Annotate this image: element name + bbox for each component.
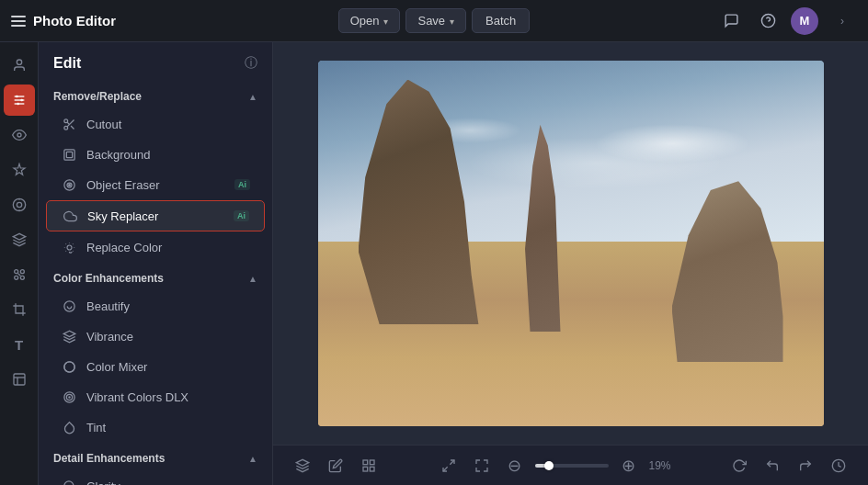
zoom-slider[interactable]	[535, 464, 609, 468]
cutout-icon	[61, 116, 77, 132]
detail-enhancements-section-header: Detail Enhancements ▲	[39, 443, 272, 470]
svg-rect-43	[363, 460, 368, 465]
avatar[interactable]: M	[791, 7, 818, 35]
grid-icon[interactable]	[354, 451, 383, 480]
sky-replacer-label: Sky Replacer	[87, 209, 224, 223]
svg-point-23	[63, 126, 67, 130]
toolbar-right-group	[725, 451, 853, 480]
beautify-icon	[61, 298, 77, 314]
menu-item-cutout[interactable]: Cutout	[46, 109, 265, 139]
canvas-image	[318, 61, 824, 426]
svg-marker-14	[13, 233, 25, 240]
sidebar-sticker-icon[interactable]	[4, 364, 35, 395]
svg-line-26	[67, 122, 69, 124]
color-enhancements-collapse[interactable]: ▲	[248, 274, 257, 284]
panel-scroll[interactable]: Remove/Replace ▲ Cutout	[39, 81, 272, 485]
replace-color-icon	[61, 239, 77, 255]
menu-item-tint[interactable]: Tint	[46, 412, 265, 442]
crop-fit-icon[interactable]	[467, 451, 497, 480]
color-enhancements-section-header: Color Enhancements ▲	[39, 263, 272, 290]
menu-icon[interactable]	[11, 16, 26, 27]
object-eraser-label: Object Eraser	[86, 178, 225, 192]
zoom-out-icon[interactable]: ⊖	[500, 451, 530, 480]
chat-icon[interactable]	[717, 7, 745, 35]
panel-title: Edit	[53, 55, 81, 72]
main-layout: T Edit ⓘ Remove/Replace ▲	[0, 42, 868, 485]
zoom-slider-thumb	[544, 461, 554, 470]
history-icon[interactable]	[824, 451, 853, 480]
remove-replace-collapse[interactable]: ▲	[248, 92, 257, 102]
redo-icon[interactable]	[791, 451, 820, 480]
panel-header: Edit ⓘ	[39, 42, 272, 81]
tint-icon	[61, 419, 77, 435]
menu-item-sky-replacer[interactable]: Sky Replacer Ai	[46, 200, 265, 231]
save-chevron	[450, 14, 454, 28]
zoom-control: ⊖ ⊕ 19%	[500, 451, 675, 480]
vibrance-label: Vibrance	[86, 330, 250, 344]
sidebar-eye-icon[interactable]	[4, 119, 35, 151]
svg-point-16	[14, 276, 17, 279]
fit-icon[interactable]	[434, 451, 463, 480]
sidebar-effects-icon[interactable]	[4, 189, 35, 220]
topbar-chevron[interactable]: ›	[828, 6, 857, 36]
rotate-icon[interactable]	[725, 451, 754, 480]
canvas-main	[273, 42, 868, 445]
sidebar-sparkle-icon[interactable]	[4, 154, 35, 186]
menu-item-replace-color[interactable]: Replace Color	[46, 232, 265, 262]
edit-icon[interactable]	[321, 451, 350, 480]
canvas-area: ⊖ ⊕ 19%	[273, 42, 868, 485]
menu-item-background[interactable]: Background	[46, 140, 265, 169]
svg-point-11	[17, 202, 21, 207]
vibrant-colors-icon	[61, 389, 77, 405]
layers-icon[interactable]	[288, 451, 317, 480]
background-label: Background	[86, 148, 250, 162]
svg-point-33	[63, 300, 74, 310]
batch-button[interactable]: Batch	[472, 8, 530, 33]
sidebar-person-icon[interactable]	[4, 50, 35, 81]
vibrance-icon	[61, 328, 77, 344]
sidebar-crop-icon[interactable]	[4, 294, 35, 325]
remove-replace-section-header: Remove/Replace ▲	[39, 81, 272, 108]
help-icon[interactable]	[754, 7, 782, 35]
svg-point-32	[67, 245, 72, 250]
color-mixer-icon	[61, 358, 77, 375]
sidebar-group-icon[interactable]	[4, 259, 35, 290]
replace-color-label: Replace Color	[86, 241, 250, 254]
svg-point-31	[68, 184, 70, 186]
object-eraser-icon	[61, 176, 77, 193]
svg-marker-42	[296, 459, 308, 466]
svg-line-48	[443, 467, 448, 471]
toolbar-left-group	[288, 451, 383, 480]
svg-rect-45	[363, 467, 368, 471]
info-icon[interactable]: ⓘ	[245, 55, 257, 72]
undo-icon[interactable]	[758, 451, 787, 480]
menu-item-clarity[interactable]: Clarity	[46, 471, 265, 485]
svg-rect-28	[66, 152, 72, 157]
detail-enhancements-collapse[interactable]: ▲	[248, 454, 257, 464]
menu-item-color-mixer[interactable]: Color Mixer	[46, 352, 265, 381]
svg-point-2	[17, 60, 21, 64]
svg-rect-27	[63, 149, 74, 159]
bottom-toolbar: ⊖ ⊕ 19%	[273, 445, 868, 485]
zoom-value: 19%	[649, 459, 675, 472]
svg-rect-44	[370, 460, 374, 465]
object-eraser-ai-badge: Ai	[234, 179, 250, 190]
toolbar-center-group: ⊖ ⊕ 19%	[434, 451, 675, 480]
zoom-in-icon[interactable]: ⊕	[614, 451, 644, 480]
sidebar-layers-icon[interactable]	[4, 224, 35, 255]
menu-item-vibrant-colors-dlx[interactable]: Vibrant Colors DLX	[46, 382, 265, 412]
menu-item-vibrance[interactable]: Vibrance	[46, 321, 265, 351]
menu-item-object-eraser[interactable]: Object Eraser Ai	[46, 170, 265, 199]
svg-point-7	[20, 99, 23, 102]
svg-point-18	[20, 276, 24, 279]
sidebar-text-icon[interactable]: T	[4, 329, 35, 360]
svg-point-17	[14, 270, 17, 274]
svg-line-47	[450, 460, 454, 465]
open-button[interactable]: Open	[338, 8, 401, 33]
save-button[interactable]: Save	[405, 8, 466, 33]
menu-item-beautify[interactable]: Beautify	[46, 291, 265, 321]
svg-point-10	[13, 198, 25, 210]
remove-replace-title: Remove/Replace	[53, 90, 142, 103]
sidebar-adjustments-icon[interactable]	[4, 85, 35, 116]
icon-sidebar: T	[0, 42, 39, 485]
